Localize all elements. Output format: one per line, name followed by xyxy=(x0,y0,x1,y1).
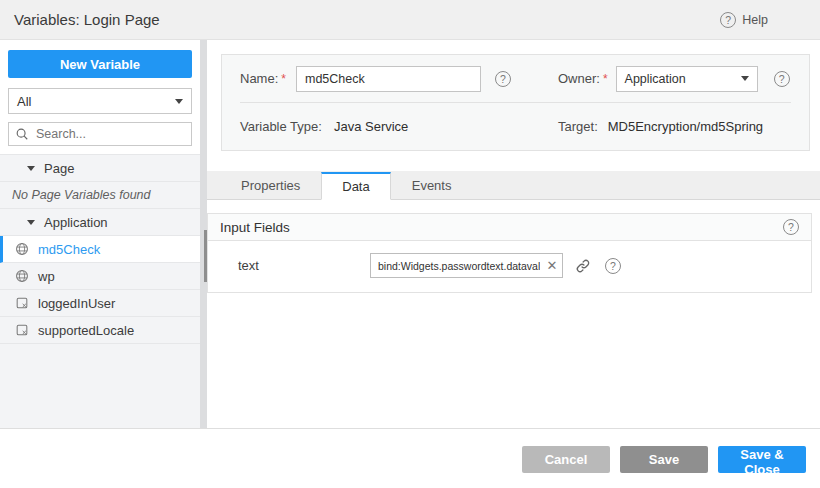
tab-data[interactable]: Data xyxy=(321,172,390,200)
bind-link-icon[interactable] xyxy=(575,258,591,274)
variable-filter-value: All xyxy=(17,94,31,109)
tab-properties[interactable]: Properties xyxy=(220,171,321,199)
field-name-label: text xyxy=(238,258,370,273)
service-variable-icon xyxy=(15,242,29,256)
dialog-footer: Cancel Save Save & Close xyxy=(0,428,820,488)
tree-group-label: Application xyxy=(44,215,108,230)
clear-binding-icon[interactable] xyxy=(542,258,562,273)
bind-value-field xyxy=(370,253,563,278)
tree-group-page[interactable]: Page xyxy=(0,155,200,182)
input-fields-section: Input Fields text xyxy=(207,213,812,293)
detail-tabs: Properties Data Events xyxy=(207,171,820,200)
tab-events[interactable]: Events xyxy=(391,171,473,199)
input-fields-title: Input Fields xyxy=(220,220,290,235)
chevron-down-icon xyxy=(175,99,183,104)
cancel-button[interactable]: Cancel xyxy=(522,446,610,473)
target-value: MD5Encryption/md5Spring xyxy=(608,119,763,134)
sidebar-splitter xyxy=(200,40,207,428)
bind-value-input[interactable] xyxy=(371,260,542,272)
owner-label: Owner: xyxy=(558,71,600,86)
save-button[interactable]: Save xyxy=(620,446,708,473)
input-fields-help-icon[interactable] xyxy=(783,219,799,235)
static-variable-icon xyxy=(15,296,29,310)
tree-item-label: supportedLocale xyxy=(38,323,134,338)
save-and-close-button[interactable]: Save & Close xyxy=(718,446,806,473)
required-marker: * xyxy=(603,72,608,86)
variable-type-value: Java Service xyxy=(334,119,408,134)
tree-item-label: loggedInUser xyxy=(38,296,115,311)
chevron-down-icon xyxy=(741,76,749,81)
variable-detail-pane: Name: * Owner: * Application xyxy=(207,40,820,428)
name-label: Name: xyxy=(240,71,278,86)
dialog-body: New Variable All Page No Page Variables … xyxy=(0,40,820,428)
type-target-row: Variable Type: Java Service Target: MD5E… xyxy=(222,103,809,150)
tree-item-loggedinuser[interactable]: loggedInUser xyxy=(0,290,200,317)
owner-help-icon[interactable] xyxy=(774,71,790,87)
variables-sidebar: New Variable All Page No Page Variables … xyxy=(0,40,200,428)
name-input[interactable] xyxy=(296,66,481,92)
tree-item-label: wp xyxy=(38,269,55,284)
collapse-arrow-icon[interactable] xyxy=(27,166,35,171)
name-help-icon[interactable] xyxy=(495,71,511,87)
help-label: Help xyxy=(742,13,768,27)
sidebar-scrollbar-thumb[interactable] xyxy=(204,230,207,282)
collapse-arrow-icon[interactable] xyxy=(27,220,35,225)
name-owner-row: Name: * Owner: * Application xyxy=(222,55,809,102)
tree-item-wp[interactable]: wp xyxy=(0,263,200,290)
variable-summary-panel: Name: * Owner: * Application xyxy=(221,54,810,151)
variable-search xyxy=(8,122,192,146)
dialog-titlebar: Variables: Login Page Help xyxy=(0,0,820,40)
page-title: Variables: Login Page xyxy=(14,11,160,28)
input-fields-header: Input Fields xyxy=(208,214,811,241)
owner-select-value: Application xyxy=(625,72,686,86)
variable-filter-select[interactable]: All xyxy=(8,88,192,114)
required-marker: * xyxy=(281,72,286,86)
help-icon xyxy=(720,12,736,28)
tree-item-md5check[interactable]: md5Check xyxy=(0,236,200,263)
page-empty-message: No Page Variables found xyxy=(0,182,200,209)
sidebar-controls: New Variable All xyxy=(0,40,200,154)
input-field-row: text xyxy=(208,241,811,292)
tree-group-label: Page xyxy=(44,161,74,176)
static-variable-icon xyxy=(15,323,29,337)
search-icon xyxy=(15,127,29,141)
help-link[interactable]: Help xyxy=(720,12,768,28)
tree-group-application[interactable]: Application xyxy=(0,209,200,236)
target-label: Target: xyxy=(558,119,598,134)
search-input[interactable] xyxy=(34,126,185,142)
service-variable-icon xyxy=(15,269,29,283)
variable-type-label: Variable Type: xyxy=(240,119,322,134)
owner-select[interactable]: Application xyxy=(616,66,758,92)
field-help-icon[interactable] xyxy=(605,258,621,274)
variables-tree: Page No Page Variables found Application… xyxy=(0,154,200,428)
tree-item-supportedlocale[interactable]: supportedLocale xyxy=(0,317,200,344)
tree-item-label: md5Check xyxy=(38,242,100,257)
new-variable-button[interactable]: New Variable xyxy=(8,50,192,78)
